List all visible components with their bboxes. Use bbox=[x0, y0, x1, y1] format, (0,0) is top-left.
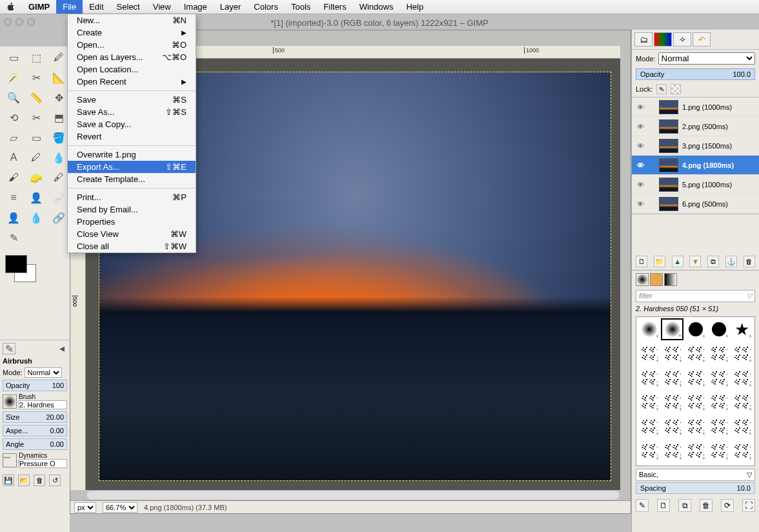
tool-button-27[interactable]: ✎ bbox=[3, 228, 25, 247]
zoom-select[interactable]: 66.7% bbox=[103, 502, 137, 513]
gradients-tab[interactable] bbox=[664, 273, 677, 286]
menuitem-create[interactable]: Create▶ bbox=[68, 26, 196, 39]
brushes-tab[interactable] bbox=[636, 273, 649, 286]
brush-cell[interactable]: + bbox=[707, 343, 730, 365]
duplicate-brush-icon[interactable]: ⧉ bbox=[678, 499, 691, 512]
brush-cell[interactable]: + bbox=[684, 440, 707, 462]
paths-tab[interactable]: ✧ bbox=[673, 32, 691, 46]
brush-cell[interactable]: + bbox=[638, 440, 660, 462]
tool-button-20[interactable]: 🖋 bbox=[48, 168, 70, 187]
layer-opacity-field[interactable]: Opacity100.0 bbox=[636, 68, 755, 80]
layer-row[interactable]: 👁3.png (1500ms) bbox=[632, 136, 759, 156]
tool-button-3[interactable]: 🪄 bbox=[3, 68, 25, 87]
visibility-toggle-icon[interactable]: 👁 bbox=[636, 123, 645, 130]
tool-button-2[interactable]: 🖉 bbox=[48, 48, 70, 67]
delete-layer-icon[interactable]: 🗑 bbox=[744, 256, 755, 267]
aspect-field[interactable]: Aspe...0.00 bbox=[3, 425, 67, 436]
brush-cell[interactable]: + bbox=[661, 416, 683, 438]
tool-button-18[interactable]: 🖌 bbox=[3, 168, 25, 187]
menuitem-open-recent[interactable]: Open Recent▶ bbox=[68, 76, 196, 88]
visibility-toggle-icon[interactable]: 👁 bbox=[636, 142, 645, 150]
anchor-layer-icon[interactable]: ⚓ bbox=[725, 256, 737, 267]
open-as-image-icon[interactable]: ⛶ bbox=[742, 499, 755, 512]
brush-cell[interactable]: + bbox=[661, 318, 683, 340]
fg-color-swatch[interactable] bbox=[5, 255, 27, 273]
menu-windows[interactable]: Windows bbox=[353, 0, 400, 14]
size-field[interactable]: Size20.00 bbox=[3, 411, 67, 423]
tool-button-24[interactable]: 👤 bbox=[3, 208, 25, 227]
brush-cell[interactable]: + bbox=[707, 367, 730, 389]
patterns-tab[interactable] bbox=[650, 273, 663, 286]
brush-cell[interactable]: + bbox=[684, 391, 707, 413]
tool-button-6[interactable]: 🔍 bbox=[3, 88, 25, 107]
tool-button-26[interactable]: 🔗 bbox=[48, 208, 70, 227]
undo-tab[interactable]: ↶ bbox=[693, 32, 711, 46]
opacity-field[interactable]: Opacity100 bbox=[3, 380, 67, 391]
tool-button-15[interactable]: A bbox=[3, 148, 25, 167]
layer-row[interactable]: 👁4.png (1800ms) bbox=[632, 156, 759, 175]
horizontal-scrollbar[interactable] bbox=[86, 490, 620, 500]
menu-image[interactable]: Image bbox=[177, 0, 214, 14]
layer-row[interactable]: 👁2.png (500ms) bbox=[632, 117, 759, 136]
new-layer-icon[interactable]: 🗋 bbox=[636, 256, 647, 267]
mode-select[interactable]: Normal bbox=[25, 367, 62, 378]
visibility-toggle-icon[interactable]: 👁 bbox=[636, 181, 645, 189]
brush-cell[interactable]: ★+ bbox=[731, 318, 753, 340]
menuitem-send-by-email[interactable]: Send by Email... bbox=[68, 203, 196, 216]
brush-cell[interactable]: + bbox=[638, 318, 660, 340]
save-preset-icon[interactable]: 💾 bbox=[3, 475, 14, 486]
tool-button-8[interactable]: ✥ bbox=[48, 88, 70, 107]
visibility-toggle-icon[interactable]: 👁 bbox=[636, 103, 645, 111]
restore-preset-icon[interactable]: 📂 bbox=[18, 475, 30, 486]
tool-button-19[interactable]: 🧽 bbox=[25, 168, 47, 187]
visibility-toggle-icon[interactable]: 👁 bbox=[636, 161, 645, 169]
menuitem-save-a-copy[interactable]: Save a Copy... bbox=[68, 118, 196, 130]
delete-preset-icon[interactable]: 🗑 bbox=[34, 475, 45, 486]
tool-button-10[interactable]: ✂ bbox=[25, 108, 47, 127]
brush-grid[interactable]: ++++★++++++++++++++++++++++++++ bbox=[636, 316, 755, 466]
tool-button-13[interactable]: ▭ bbox=[25, 128, 47, 147]
duplicate-layer-icon[interactable]: ⧉ bbox=[707, 256, 719, 267]
lock-pixels-icon[interactable]: ✎ bbox=[656, 84, 667, 94]
window-traffic-lights[interactable] bbox=[4, 18, 35, 26]
raise-layer-icon[interactable]: ▲ bbox=[672, 256, 683, 267]
brush-cell[interactable]: + bbox=[661, 343, 683, 365]
brush-cell[interactable]: + bbox=[684, 318, 707, 340]
tool-button-22[interactable]: 👤 bbox=[25, 188, 47, 207]
brush-cell[interactable]: + bbox=[661, 367, 683, 389]
menuitem-create-template[interactable]: Create Template... bbox=[68, 173, 196, 185]
brush-spacing-field[interactable]: Spacing10.0 bbox=[636, 482, 755, 494]
lock-alpha-icon[interactable] bbox=[671, 84, 681, 94]
unit-select[interactable]: px bbox=[74, 502, 96, 513]
menuitem-open-location[interactable]: Open Location... bbox=[68, 63, 196, 76]
brush-filter-input[interactable]: filter▽ bbox=[636, 290, 755, 302]
menuitem-properties[interactable]: Properties bbox=[68, 216, 196, 228]
brush-cell[interactable]: + bbox=[661, 440, 683, 462]
tool-options-tab[interactable]: ✎ bbox=[3, 343, 15, 354]
brush-cell[interactable]: + bbox=[731, 440, 753, 462]
tool-button-23[interactable]: 🩹 bbox=[48, 188, 70, 207]
tool-button-4[interactable]: ✂ bbox=[25, 68, 47, 87]
layer-group-icon[interactable]: 📁 bbox=[654, 256, 665, 267]
brush-name-input[interactable] bbox=[19, 400, 67, 409]
tool-button-17[interactable]: 💧 bbox=[48, 148, 70, 167]
brush-preset-select[interactable]: Basic,▽ bbox=[636, 469, 755, 481]
menuitem-revert[interactable]: Revert bbox=[68, 130, 196, 143]
tool-button-1[interactable]: ⬚ bbox=[25, 48, 47, 67]
brush-cell[interactable]: + bbox=[684, 343, 707, 365]
menu-file[interactable]: File bbox=[56, 0, 83, 14]
brush-cell[interactable]: + bbox=[638, 391, 660, 413]
menuitem-save-as[interactable]: Save As...⇧⌘S bbox=[68, 106, 196, 118]
menuitem-export-as[interactable]: Export As...⇧⌘E bbox=[68, 161, 196, 173]
brush-cell[interactable]: + bbox=[684, 367, 707, 389]
brush-cell[interactable]: + bbox=[684, 416, 707, 438]
menu-layer[interactable]: Layer bbox=[214, 0, 248, 14]
tool-button-9[interactable]: ⟲ bbox=[3, 108, 25, 127]
menu-app-name[interactable]: GIMP bbox=[22, 0, 56, 14]
menu-view[interactable]: View bbox=[147, 0, 177, 14]
tool-button-5[interactable]: 📐 bbox=[48, 68, 70, 87]
layers-tab[interactable]: 🗂 bbox=[634, 32, 653, 46]
brush-cell[interactable]: + bbox=[707, 416, 730, 438]
panel-detach-icon[interactable]: ◂ bbox=[57, 343, 67, 353]
menuitem-print[interactable]: Print...⌘P bbox=[68, 191, 196, 203]
